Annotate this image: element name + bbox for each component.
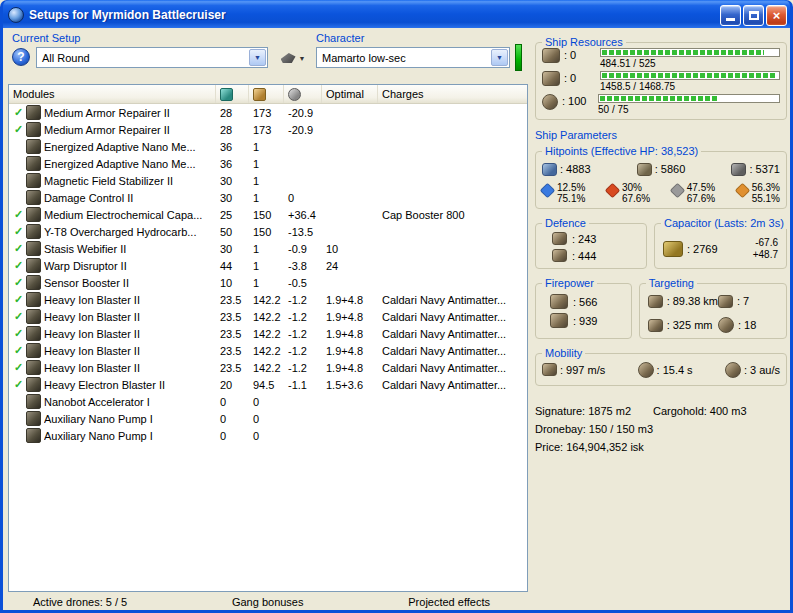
warp-speed-icon xyxy=(725,362,741,378)
table-row[interactable]: ✓ Heavy Ion Blaster II 23.5 142.2 -1.2 1… xyxy=(9,325,527,342)
cpu-usage-text: 484.51 / 525 xyxy=(600,58,780,69)
table-row[interactable]: Auxiliary Nano Pump I 0 0 xyxy=(9,427,527,444)
table-row[interactable]: ✓ Heavy Ion Blaster II 23.5 142.2 -1.2 1… xyxy=(9,359,527,376)
resists-row: 12.5% 75.1% 30% 67.6% xyxy=(542,182,780,204)
table-row[interactable]: ✓ Stasis Webifier II 30 1 -0.9 10 xyxy=(9,240,527,257)
active-check-icon: ✓ xyxy=(11,123,26,136)
table-row[interactable]: ✓ Medium Electrochemical Capa... 25 150 … xyxy=(9,206,527,223)
dps-row: : 939 xyxy=(550,311,627,330)
ship-menu-button[interactable]: ▼ xyxy=(274,47,312,69)
module-name: Heavy Ion Blaster II xyxy=(44,328,212,340)
cpu-bar-fill xyxy=(602,50,764,55)
close-button[interactable]: × xyxy=(766,5,787,26)
modules-table: Modules Optimal Charges ✓ Medium Armor R… xyxy=(8,84,528,592)
module-cap-value: +36.4 xyxy=(284,209,322,221)
modules-table-header: Modules Optimal Charges xyxy=(9,85,527,104)
module-powergrid-value: 1 xyxy=(249,192,284,204)
module-icon xyxy=(26,326,41,341)
module-name: Y-T8 Overcharged Hydrocarb... xyxy=(44,226,212,238)
warp-speed: : 3 au/s xyxy=(725,362,780,378)
tab-gang-bonuses[interactable]: Gang bonuses xyxy=(232,596,304,608)
table-row[interactable]: Magnetic Field Stabilizer II 30 1 xyxy=(9,172,527,189)
active-check-icon: ✓ xyxy=(11,344,26,357)
table-row[interactable]: Energized Adaptive Nano Me... 36 1 xyxy=(9,155,527,172)
module-powergrid-value: 142.2 xyxy=(249,362,284,374)
table-row[interactable]: ✓ Medium Armor Repairer II 28 173 -20.9 xyxy=(9,121,527,138)
maximize-icon xyxy=(749,11,759,20)
table-row[interactable]: ✓ Heavy Electron Blaster II 20 94.5 -1.1… xyxy=(9,376,527,393)
cpu-resource-row: : 0 484.51 / 525 xyxy=(542,48,780,71)
module-charges-value: Cap Booster 800 xyxy=(378,209,527,221)
firepower-label: Firepower xyxy=(542,277,597,289)
powergrid-bar: 1458.5 / 1468.75 xyxy=(600,71,780,92)
app-icon xyxy=(8,7,24,23)
table-row[interactable]: ✓ Heavy Ion Blaster II 23.5 142.2 -1.2 1… xyxy=(9,342,527,359)
explosive-resist-icon xyxy=(734,183,750,199)
module-powergrid-value: 1 xyxy=(249,141,284,153)
title-bar[interactable]: Setups for Myrmidon Battlecruiser × xyxy=(3,0,790,28)
charges-column-header: Charges xyxy=(378,85,527,103)
module-name: Heavy Electron Blaster II xyxy=(44,379,212,391)
maximize-button[interactable] xyxy=(743,5,764,26)
current-setup-select[interactable]: All Round ▼ xyxy=(36,47,268,68)
kinetic-shield-resist: 47.5% xyxy=(687,182,715,193)
tab-active-drones[interactable]: Active drones: 5 / 5 xyxy=(33,596,127,608)
table-row[interactable]: Auxiliary Nano Pump I 0 0 xyxy=(9,410,527,427)
max-targets-icon xyxy=(718,295,733,308)
table-row[interactable]: Energized Adaptive Nano Me... 36 1 xyxy=(9,138,527,155)
hitpoints-row: : 4883 : 5860 : 5371 xyxy=(542,158,780,180)
cpu-column-header xyxy=(216,85,249,103)
thermal-armor-resist: 67.6% xyxy=(622,193,650,204)
capacitor-icon xyxy=(663,241,683,257)
armor-hp: : 5860 xyxy=(637,163,686,176)
character-select[interactable]: Mamarto low-sec ▼ xyxy=(316,47,510,68)
module-cap-value: 0 xyxy=(284,192,322,204)
table-row[interactable]: ✓ Medium Armor Repairer II 28 173 -20.9 xyxy=(9,104,527,121)
active-check-icon: ✓ xyxy=(11,242,26,255)
module-cap-value: -0.9 xyxy=(284,243,322,255)
module-powergrid-value: 150 xyxy=(249,226,284,238)
module-icon xyxy=(26,292,41,307)
mobility-group: Mobility : 997 m/s : 15.4 s : 3 au/s xyxy=(535,353,787,386)
chevron-down-icon[interactable]: ▼ xyxy=(491,49,508,66)
skill-level-indicator xyxy=(515,44,522,71)
sensor-strength: : 18 xyxy=(718,315,780,337)
module-optimal-value: 1.9+4.8 xyxy=(322,328,378,340)
thermal-resist: 30% 67.6% xyxy=(607,182,650,204)
module-cpu-value: 30 xyxy=(216,243,249,255)
module-icon xyxy=(26,275,41,290)
module-icon xyxy=(26,139,41,154)
table-row[interactable]: ✓ Heavy Ion Blaster II 23.5 142.2 -1.2 1… xyxy=(9,308,527,325)
module-powergrid-value: 0 xyxy=(249,430,284,442)
volley-row: : 566 xyxy=(550,292,627,311)
module-charges-value: Caldari Navy Antimatter... xyxy=(378,311,527,323)
align-time-value: : 15.4 s xyxy=(657,364,693,376)
tab-projected-effects[interactable]: Projected effects xyxy=(408,596,490,608)
table-row[interactable]: ✓ Warp Disruptor II 44 1 -3.8 24 xyxy=(9,257,527,274)
module-powergrid-value: 0 xyxy=(249,396,284,408)
capacitor-icon xyxy=(288,88,301,101)
table-row[interactable]: ✓ Y-T8 Overcharged Hydrocarb... 50 150 -… xyxy=(9,223,527,240)
current-setup-label: Current Setup xyxy=(12,32,80,44)
table-row[interactable]: Damage Control II 30 1 0 xyxy=(9,189,527,206)
targeting-range-icon xyxy=(648,295,663,308)
module-powergrid-value: 142.2 xyxy=(249,328,284,340)
chevron-down-icon[interactable]: ▼ xyxy=(249,49,266,66)
table-row[interactable]: ✓ Sensor Booster II 10 1 -0.5 xyxy=(9,274,527,291)
help-button[interactable]: ? xyxy=(12,48,30,66)
minimize-button[interactable] xyxy=(720,5,741,26)
active-check-icon: ✓ xyxy=(11,208,26,221)
table-row[interactable]: Nanobot Accelerator I 0 0 xyxy=(9,393,527,410)
module-cpu-value: 0 xyxy=(216,430,249,442)
module-name: Magnetic Field Stabilizer II xyxy=(44,175,212,187)
table-row[interactable]: ✓ Heavy Ion Blaster II 23.5 142.2 -1.2 1… xyxy=(9,291,527,308)
targeting-label: Targeting xyxy=(646,277,697,289)
module-name: Auxiliary Nano Pump I xyxy=(44,430,212,442)
capacitor-capacity-value: : 2769 xyxy=(687,243,718,255)
module-powergrid-value: 142.2 xyxy=(249,294,284,306)
armor-hp-value: : 5860 xyxy=(655,163,686,175)
cpu-icon xyxy=(220,88,233,101)
active-check-icon: ✓ xyxy=(11,310,26,323)
module-powergrid-value: 173 xyxy=(249,107,284,119)
module-cap-value: -13.5 xyxy=(284,226,322,238)
